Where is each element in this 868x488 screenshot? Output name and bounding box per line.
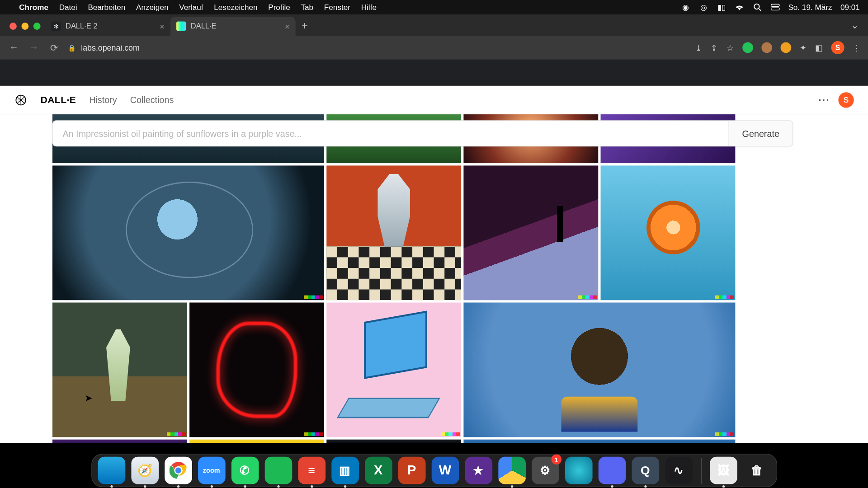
gallery-tile[interactable]	[189, 440, 324, 443]
user-avatar[interactable]: S	[838, 92, 854, 108]
extension-3-icon[interactable]	[781, 42, 792, 53]
battery-icon[interactable]: ▮▯	[717, 2, 726, 12]
extension-shield-icon[interactable]	[742, 42, 753, 53]
tab-dalle[interactable]: DALL·E ×	[170, 17, 296, 36]
gallery-tile-orange[interactable]	[601, 165, 736, 300]
nav-history[interactable]: History	[89, 95, 117, 105]
new-tab-button[interactable]: +	[296, 19, 314, 36]
dock-app-drive[interactable]	[498, 457, 526, 484]
dock-badge: 1	[551, 455, 561, 465]
gallery-tile[interactable]	[52, 440, 187, 443]
address-bar[interactable]: 🔒 labs.openai.com	[68, 43, 688, 52]
gallery-tile-neon-face[interactable]	[189, 303, 324, 437]
menu-fenster[interactable]: Fenster	[324, 3, 350, 12]
screen-record-icon[interactable]: ◉	[681, 2, 690, 12]
nav-collections[interactable]: Collections	[130, 95, 174, 105]
colorbar-icon	[578, 296, 597, 299]
dock-app-spotify[interactable]	[264, 457, 292, 484]
gallery-tile-retro-computer[interactable]	[326, 303, 461, 437]
bookmarks-bar-area	[0, 60, 868, 86]
bookmark-star-icon[interactable]: ☆	[726, 43, 734, 52]
dock-app-trash[interactable]: 🗑	[743, 457, 770, 484]
more-menu-icon[interactable]: ···	[818, 94, 830, 105]
stop-record-icon[interactable]: ◎	[699, 2, 708, 12]
menu-profile[interactable]: Profile	[268, 3, 290, 12]
menu-verlauf[interactable]: Verlauf	[179, 3, 203, 12]
wifi-icon[interactable]	[735, 2, 744, 12]
dock-app-settings[interactable]: ⚙1	[531, 457, 559, 484]
tab-dalle2[interactable]: ✻ DALL·E 2 ×	[45, 17, 170, 36]
dock-app-zoom[interactable]: zoom	[198, 457, 225, 484]
colorbar-icon	[441, 296, 460, 299]
window-zoom-icon[interactable]	[33, 23, 41, 30]
colorbar-icon	[304, 432, 323, 436]
spotlight-icon[interactable]	[752, 2, 762, 12]
install-app-icon[interactable]: ⤓	[695, 43, 703, 52]
window-minimize-icon[interactable]	[21, 23, 28, 30]
gallery-row	[52, 165, 816, 300]
menubar-time[interactable]: 09:01	[840, 3, 860, 12]
window-controls	[7, 23, 45, 36]
svg-rect-2	[771, 4, 779, 6]
gallery-tile-robot-chess[interactable]	[326, 165, 461, 300]
menu-bearbeiten[interactable]: Bearbeiten	[88, 3, 125, 12]
prompt-input[interactable]	[53, 128, 728, 138]
dock-app-imovie[interactable]: ★	[465, 457, 492, 484]
dock-app-finder[interactable]	[98, 457, 125, 484]
menubar-date[interactable]: So. 19. März	[788, 3, 832, 12]
gallery-tile-astronaut[interactable]	[52, 303, 187, 437]
gallery-tile-silhouette-dunes[interactable]	[463, 165, 598, 300]
tab-overflow-icon[interactable]: ⌄	[841, 19, 868, 36]
dock-app-voice-memos[interactable]: ∿	[665, 457, 693, 484]
profile-avatar[interactable]: S	[831, 41, 844, 54]
gallery-tile[interactable]	[463, 440, 735, 443]
reload-button[interactable]: ⟳	[47, 42, 61, 53]
dock-app-excel[interactable]: X	[364, 457, 392, 484]
image-gallery	[52, 114, 816, 443]
gallery-tile-fish-bowl[interactable]	[52, 165, 324, 300]
dock-app-discord[interactable]	[598, 457, 626, 484]
macos-menubar: Chrome Datei Bearbeiten Anzeigen Verlauf…	[0, 0, 868, 14]
dock-separator	[701, 458, 701, 484]
back-button[interactable]: ←	[7, 42, 20, 53]
control-center-icon[interactable]	[770, 2, 780, 12]
dock-app-preview[interactable]: 🖼	[710, 457, 737, 484]
dock-app-safari[interactable]: 🧭	[131, 457, 159, 484]
prompt-bar: Generate	[52, 120, 793, 146]
menu-lesezeichen[interactable]: Lesezeichen	[214, 3, 257, 12]
chrome-menu-icon[interactable]: ⋮	[853, 43, 861, 52]
menubar-app-name[interactable]: Chrome	[19, 3, 48, 12]
menu-hilfe[interactable]: Hilfe	[361, 3, 377, 12]
menu-datei[interactable]: Datei	[59, 3, 77, 12]
extensions-puzzle-icon[interactable]: ✦	[800, 43, 807, 52]
dock-app-todoist[interactable]: ≡	[298, 457, 326, 484]
tab-close-icon[interactable]: ×	[160, 21, 165, 31]
colorbar-icon	[715, 296, 734, 299]
sidepanel-icon[interactable]: ◧	[815, 43, 823, 52]
lock-icon[interactable]: 🔒	[68, 44, 76, 52]
dock-app-powerpoint[interactable]: P	[398, 457, 425, 484]
menu-tab[interactable]: Tab	[301, 3, 314, 12]
dock-app-whatsapp[interactable]: ✆	[231, 457, 259, 484]
macos-dock: 🧭zoom✆≡▥XPW★⚙1Q∿🖼🗑	[91, 454, 777, 487]
colorbar-icon	[304, 296, 323, 299]
gallery-tile[interactable]	[326, 440, 461, 443]
dock-app-trello[interactable]: ▥	[331, 457, 359, 484]
generate-button[interactable]: Generate	[728, 121, 793, 146]
dock-app-siri[interactable]	[565, 457, 592, 484]
browser-toolbar: ← → ⟳ 🔒 labs.openai.com ⤓ ⇪ ☆ ✦ ◧ S ⋮	[0, 36, 868, 60]
extension-2-icon[interactable]	[761, 42, 772, 53]
dock-app-quicktime[interactable]: Q	[632, 457, 659, 484]
menu-anzeigen[interactable]: Anzeigen	[136, 3, 168, 12]
window-close-icon[interactable]	[9, 23, 17, 30]
share-icon[interactable]: ⇪	[711, 43, 718, 52]
macos-dock-wrap: 🧭zoom✆≡▥XPW★⚙1Q∿🖼🗑	[0, 454, 868, 487]
chrome-window: ✻ DALL·E 2 × DALL·E × + ⌄ ← → ⟳ 🔒 labs.o…	[0, 14, 868, 443]
brand-name[interactable]: DALL·E	[41, 94, 76, 105]
dock-app-chrome[interactable]	[165, 457, 192, 484]
tab-title: DALL·E	[191, 22, 217, 30]
dock-app-word[interactable]: W	[431, 457, 459, 484]
tab-close-icon[interactable]: ×	[285, 21, 290, 31]
gallery-tile-football-portrait[interactable]	[463, 303, 735, 437]
openai-logo-icon[interactable]	[14, 93, 28, 106]
